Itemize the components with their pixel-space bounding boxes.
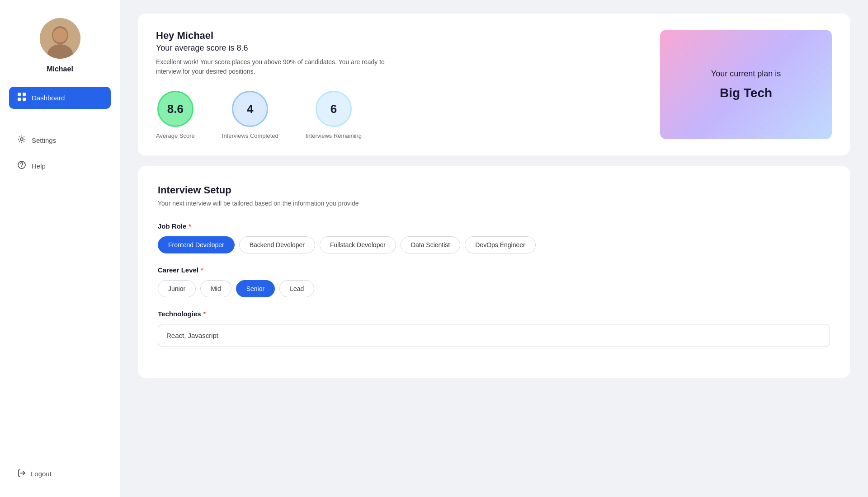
- stats-row: 8.6 Average Score 4 Interviews Completed…: [156, 91, 642, 139]
- stat-circle-remaining: 6: [316, 91, 352, 127]
- plan-prefix: Your current plan is: [711, 69, 781, 79]
- svg-rect-5: [23, 93, 26, 96]
- sidebar-item-dashboard[interactable]: Dashboard: [9, 87, 111, 109]
- plan-card: Your current plan is Big Tech: [660, 30, 832, 139]
- sidebar-item-help[interactable]: Help: [9, 155, 111, 177]
- stat-interviews-completed: 4 Interviews Completed: [222, 91, 278, 139]
- svg-rect-7: [23, 98, 26, 101]
- technologies-required: *: [203, 310, 206, 318]
- top-card-left: Hey Michael Your average score is 8.6 Ex…: [156, 30, 642, 139]
- nav-menu: Dashboard Settings Help: [9, 87, 111, 177]
- help-icon: [17, 160, 26, 172]
- stat-circle-avg-score: 8.6: [157, 91, 193, 127]
- chip-lead[interactable]: Lead: [279, 280, 314, 297]
- avg-score-text: Your average score is 8.6: [156, 43, 642, 53]
- logout-button[interactable]: Logout: [9, 464, 111, 483]
- chip-senior[interactable]: Senior: [236, 280, 275, 297]
- stat-label-avg-score: Average Score: [156, 132, 195, 139]
- career-level-required: *: [201, 266, 203, 274]
- job-role-required: *: [189, 222, 191, 230]
- user-name: Michael: [47, 65, 73, 73]
- chip-mid[interactable]: Mid: [200, 280, 231, 297]
- svg-rect-6: [18, 98, 21, 101]
- setup-subtitle: Your next interview will be tailored bas…: [158, 200, 830, 207]
- svg-rect-4: [18, 93, 21, 96]
- chip-junior[interactable]: Junior: [158, 280, 196, 297]
- stat-interviews-remaining: 6 Interviews Remaining: [306, 91, 362, 139]
- job-role-section: Job Role * Frontend Developer Backend De…: [158, 222, 830, 253]
- stat-circle-completed: 4: [232, 91, 268, 127]
- stat-avg-score: 8.6 Average Score: [156, 91, 195, 139]
- job-role-chips: Frontend Developer Backend Developer Ful…: [158, 236, 830, 253]
- sidebar: Michael Dashboard Sett: [0, 0, 120, 497]
- nav-divider: [9, 119, 111, 119]
- sidebar-item-settings[interactable]: Settings: [9, 129, 111, 151]
- career-level-chips: Junior Mid Senior Lead: [158, 280, 830, 297]
- chip-frontend-developer[interactable]: Frontend Developer: [158, 236, 235, 253]
- setup-title: Interview Setup: [158, 184, 830, 196]
- dashboard-icon: [17, 92, 26, 103]
- technologies-label: Technologies *: [158, 310, 830, 318]
- svg-point-3: [53, 28, 67, 42]
- logout-label: Logout: [31, 470, 52, 478]
- avatar: [40, 18, 80, 59]
- top-card: Hey Michael Your average score is 8.6 Ex…: [138, 14, 850, 155]
- greeting: Hey Michael: [156, 30, 642, 42]
- interview-setup-card: Interview Setup Your next interview will…: [138, 166, 850, 378]
- settings-icon: [17, 135, 26, 146]
- description: Excellent work! Your score places you ab…: [156, 57, 409, 76]
- svg-point-8: [20, 138, 23, 141]
- stat-label-remaining: Interviews Remaining: [306, 132, 362, 139]
- stat-label-completed: Interviews Completed: [222, 132, 278, 139]
- main-content: Hey Michael Your average score is 8.6 Ex…: [120, 0, 868, 497]
- career-level-label: Career Level *: [158, 266, 830, 274]
- technologies-input[interactable]: [158, 324, 830, 347]
- help-label: Help: [32, 162, 46, 170]
- career-level-section: Career Level * Junior Mid Senior Lead: [158, 266, 830, 297]
- technologies-section: Technologies *: [158, 310, 830, 347]
- settings-label: Settings: [32, 136, 56, 144]
- chip-data-scientist[interactable]: Data Scientist: [401, 236, 460, 253]
- chip-fullstack-developer[interactable]: Fullstack Developer: [320, 236, 396, 253]
- chip-backend-developer[interactable]: Backend Developer: [239, 236, 315, 253]
- plan-name: Big Tech: [720, 86, 772, 100]
- chip-devops-engineer[interactable]: DevOps Engineer: [465, 236, 536, 253]
- logout-icon: [17, 469, 26, 479]
- job-role-label: Job Role *: [158, 222, 830, 230]
- dashboard-label: Dashboard: [32, 94, 65, 102]
